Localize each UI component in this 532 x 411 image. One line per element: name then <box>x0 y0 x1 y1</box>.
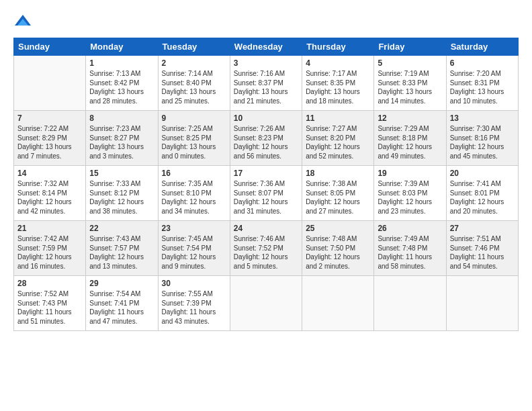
day-cell: 25Sunrise: 7:48 AM Sunset: 7:50 PM Dayli… <box>302 221 374 276</box>
day-cell: 13Sunrise: 7:30 AM Sunset: 8:16 PM Dayli… <box>446 111 518 166</box>
day-number: 3 <box>234 58 298 68</box>
day-info: Sunrise: 7:45 AM Sunset: 7:54 PM Dayligh… <box>162 234 226 271</box>
day-cell: 27Sunrise: 7:51 AM Sunset: 7:46 PM Dayli… <box>446 221 518 276</box>
day-number: 25 <box>306 224 370 233</box>
day-info: Sunrise: 7:52 AM Sunset: 7:43 PM Dayligh… <box>17 289 82 326</box>
week-row-2: 7Sunrise: 7:22 AM Sunset: 8:29 PM Daylig… <box>14 111 519 166</box>
week-row-3: 14Sunrise: 7:32 AM Sunset: 8:14 PM Dayli… <box>14 166 519 221</box>
week-row-4: 21Sunrise: 7:42 AM Sunset: 7:59 PM Dayli… <box>14 221 519 276</box>
day-info: Sunrise: 7:17 AM Sunset: 8:35 PM Dayligh… <box>306 69 370 105</box>
day-cell: 10Sunrise: 7:26 AM Sunset: 8:23 PM Dayli… <box>230 111 302 166</box>
day-cell: 16Sunrise: 7:35 AM Sunset: 8:10 PM Dayli… <box>158 166 230 221</box>
day-number: 16 <box>162 169 226 178</box>
week-row-1: 1Sunrise: 7:13 AM Sunset: 8:42 PM Daylig… <box>14 56 519 111</box>
day-cell: 7Sunrise: 7:22 AM Sunset: 8:29 PM Daylig… <box>14 111 86 166</box>
day-cell: 19Sunrise: 7:39 AM Sunset: 8:03 PM Dayli… <box>374 166 446 221</box>
day-cell: 3Sunrise: 7:16 AM Sunset: 8:37 PM Daylig… <box>230 56 302 111</box>
day-info: Sunrise: 7:38 AM Sunset: 8:05 PM Dayligh… <box>306 179 370 216</box>
day-info: Sunrise: 7:54 AM Sunset: 7:41 PM Dayligh… <box>89 289 154 326</box>
day-number: 18 <box>306 169 370 178</box>
day-info: Sunrise: 7:29 AM Sunset: 8:18 PM Dayligh… <box>378 124 442 161</box>
day-cell: 4Sunrise: 7:17 AM Sunset: 8:35 PM Daylig… <box>302 56 374 111</box>
day-cell: 6Sunrise: 7:20 AM Sunset: 8:31 PM Daylig… <box>446 56 518 111</box>
day-cell: 14Sunrise: 7:32 AM Sunset: 8:14 PM Dayli… <box>14 166 86 221</box>
logo-icon <box>13 12 32 31</box>
day-info: Sunrise: 7:26 AM Sunset: 8:23 PM Dayligh… <box>234 124 298 161</box>
day-info: Sunrise: 7:43 AM Sunset: 7:57 PM Dayligh… <box>89 234 154 271</box>
day-number: 9 <box>162 113 226 123</box>
day-info: Sunrise: 7:16 AM Sunset: 8:37 PM Dayligh… <box>234 69 298 105</box>
day-cell: 24Sunrise: 7:46 AM Sunset: 7:52 PM Dayli… <box>230 221 302 276</box>
day-info: Sunrise: 7:13 AM Sunset: 8:42 PM Dayligh… <box>89 69 154 105</box>
day-cell: 18Sunrise: 7:38 AM Sunset: 8:05 PM Dayli… <box>302 166 374 221</box>
weekday-header-saturday: Saturday <box>446 38 518 56</box>
day-cell: 29Sunrise: 7:54 AM Sunset: 7:41 PM Dayli… <box>86 276 158 331</box>
day-cell: 15Sunrise: 7:33 AM Sunset: 8:12 PM Dayli… <box>86 166 158 221</box>
day-cell <box>14 56 86 111</box>
day-cell: 21Sunrise: 7:42 AM Sunset: 7:59 PM Dayli… <box>14 221 86 276</box>
day-info: Sunrise: 7:36 AM Sunset: 8:07 PM Dayligh… <box>234 179 298 216</box>
day-cell: 17Sunrise: 7:36 AM Sunset: 8:07 PM Dayli… <box>230 166 302 221</box>
day-cell <box>302 276 374 331</box>
weekday-header-row: SundayMondayTuesdayWednesdayThursdayFrid… <box>14 38 519 56</box>
day-cell: 1Sunrise: 7:13 AM Sunset: 8:42 PM Daylig… <box>86 56 158 111</box>
day-number: 27 <box>450 224 515 233</box>
day-cell: 8Sunrise: 7:23 AM Sunset: 8:27 PM Daylig… <box>86 111 158 166</box>
day-number: 6 <box>450 58 515 68</box>
day-info: Sunrise: 7:35 AM Sunset: 8:10 PM Dayligh… <box>162 179 226 216</box>
day-info: Sunrise: 7:39 AM Sunset: 8:03 PM Dayligh… <box>378 179 442 216</box>
day-cell <box>374 276 446 331</box>
logo <box>13 12 35 31</box>
day-info: Sunrise: 7:14 AM Sunset: 8:40 PM Dayligh… <box>162 69 226 105</box>
day-number: 19 <box>378 169 442 178</box>
day-info: Sunrise: 7:33 AM Sunset: 8:12 PM Dayligh… <box>89 179 154 216</box>
day-number: 5 <box>378 58 442 68</box>
day-number: 24 <box>234 224 298 233</box>
day-number: 11 <box>306 113 370 123</box>
day-info: Sunrise: 7:46 AM Sunset: 7:52 PM Dayligh… <box>234 234 298 271</box>
day-number: 21 <box>17 224 82 233</box>
day-number: 30 <box>162 279 226 288</box>
day-cell: 26Sunrise: 7:49 AM Sunset: 7:48 PM Dayli… <box>374 221 446 276</box>
day-cell <box>230 276 302 331</box>
day-info: Sunrise: 7:27 AM Sunset: 8:20 PM Dayligh… <box>306 124 370 161</box>
day-number: 22 <box>89 224 154 233</box>
day-info: Sunrise: 7:48 AM Sunset: 7:50 PM Dayligh… <box>306 234 370 271</box>
day-info: Sunrise: 7:30 AM Sunset: 8:16 PM Dayligh… <box>450 124 515 161</box>
week-row-5: 28Sunrise: 7:52 AM Sunset: 7:43 PM Dayli… <box>14 276 519 331</box>
day-cell: 11Sunrise: 7:27 AM Sunset: 8:20 PM Dayli… <box>302 111 374 166</box>
day-cell: 28Sunrise: 7:52 AM Sunset: 7:43 PM Dayli… <box>14 276 86 331</box>
day-info: Sunrise: 7:41 AM Sunset: 8:01 PM Dayligh… <box>450 179 515 216</box>
day-number: 1 <box>89 58 154 68</box>
day-number: 26 <box>378 224 442 233</box>
day-cell: 20Sunrise: 7:41 AM Sunset: 8:01 PM Dayli… <box>446 166 518 221</box>
day-info: Sunrise: 7:23 AM Sunset: 8:27 PM Dayligh… <box>89 124 154 161</box>
day-info: Sunrise: 7:22 AM Sunset: 8:29 PM Dayligh… <box>17 124 82 161</box>
calendar-table: SundayMondayTuesdayWednesdayThursdayFrid… <box>13 38 519 331</box>
day-number: 20 <box>450 169 515 178</box>
day-cell: 30Sunrise: 7:55 AM Sunset: 7:39 PM Dayli… <box>158 276 230 331</box>
day-cell: 5Sunrise: 7:19 AM Sunset: 8:33 PM Daylig… <box>374 56 446 111</box>
weekday-header-thursday: Thursday <box>302 38 374 56</box>
day-info: Sunrise: 7:25 AM Sunset: 8:25 PM Dayligh… <box>162 124 226 161</box>
day-info: Sunrise: 7:20 AM Sunset: 8:31 PM Dayligh… <box>450 69 515 105</box>
day-number: 10 <box>234 113 298 123</box>
day-number: 15 <box>89 169 154 178</box>
day-number: 8 <box>89 113 154 123</box>
day-cell: 12Sunrise: 7:29 AM Sunset: 8:18 PM Dayli… <box>374 111 446 166</box>
day-cell: 9Sunrise: 7:25 AM Sunset: 8:25 PM Daylig… <box>158 111 230 166</box>
weekday-header-friday: Friday <box>374 38 446 56</box>
day-info: Sunrise: 7:49 AM Sunset: 7:48 PM Dayligh… <box>378 234 442 271</box>
page: SundayMondayTuesdayWednesdayThursdayFrid… <box>0 0 532 411</box>
day-number: 12 <box>378 113 442 123</box>
weekday-header-monday: Monday <box>86 38 158 56</box>
day-info: Sunrise: 7:42 AM Sunset: 7:59 PM Dayligh… <box>17 234 82 271</box>
day-number: 17 <box>234 169 298 178</box>
header <box>13 12 519 31</box>
day-number: 7 <box>17 113 82 123</box>
day-info: Sunrise: 7:19 AM Sunset: 8:33 PM Dayligh… <box>378 69 442 105</box>
weekday-header-wednesday: Wednesday <box>230 38 302 56</box>
day-cell <box>446 276 518 331</box>
day-cell: 23Sunrise: 7:45 AM Sunset: 7:54 PM Dayli… <box>158 221 230 276</box>
weekday-header-sunday: Sunday <box>14 38 86 56</box>
